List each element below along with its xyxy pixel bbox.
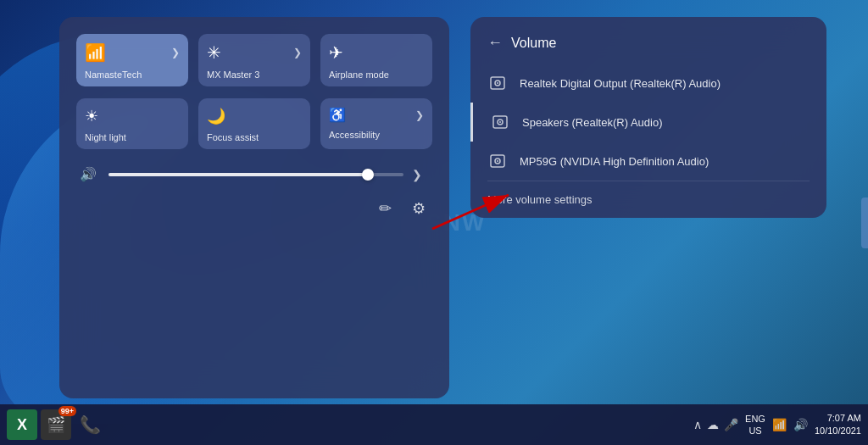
volume-fill [108,173,368,176]
taskbar-lang-secondary: US [745,425,765,437]
audio-device-icon-2 [490,113,510,131]
taskbar-system-tray: ∧ ☁ 🎤 ENG US 📶 🔊 7:07 AM 10/10/2021 [693,412,861,438]
taskbar-app-excel[interactable]: X [7,409,37,440]
volume-panel-title: Volume [511,36,556,51]
accessibility-tile[interactable]: ♿ ❯ Accessibility [320,98,432,149]
airplane-icon: ✈ [329,42,343,63]
audio-device-name-3: MP59G (NVIDIA High Definition Audio) [520,155,709,168]
svg-line-1 [432,195,509,229]
audio-device-name-1: Realtek Digital Output (Realtek(R) Audio… [520,77,721,90]
taskbar-date-display: 10/10/2021 [815,425,861,437]
focusassist-label: Focus assist [207,132,259,142]
volume-thumb[interactable] [362,169,374,181]
taskbar-lang-primary: ENG [745,413,765,425]
quick-settings-row1: 📶 ❯ NamasteTech ✳ ❯ MX Master 3 ✈ Airpla… [76,34,432,86]
bluetooth-chevron[interactable]: ❯ [293,47,302,58]
focusassist-tile[interactable]: 🌙 Focus assist [198,98,310,149]
accessibility-chevron[interactable]: ❯ [415,109,424,121]
wifi-tile[interactable]: 📶 ❯ NamasteTech [76,34,188,86]
wifi-icon: 📶 [85,42,106,63]
bluetooth-label: MX Master 3 [207,70,259,80]
quick-settings-panel: 📶 ❯ NamasteTech ✳ ❯ MX Master 3 ✈ Airpla… [59,17,449,398]
quick-settings-bottom-icons: ✏ ⚙ [76,196,432,221]
wifi-chevron[interactable]: ❯ [171,47,180,58]
accessibility-icon: ♿ [329,107,346,123]
svg-point-10 [497,160,498,162]
taskbar-mic-icon[interactable]: 🎤 [724,418,738,431]
taskbar-app-phone[interactable]: 📞 [75,409,105,440]
volume-slider[interactable] [108,173,403,176]
audio-device-icon-1 [487,74,508,92]
audio-device-speakers[interactable]: Speakers (Realtek(R) Audio) [470,103,826,142]
taskbar-chevron-icon[interactable]: ∧ [693,418,702,431]
svg-point-4 [497,82,498,84]
taskbar-clock[interactable]: 7:07 AM 10/10/2021 [815,412,861,438]
taskbar-language[interactable]: ENG US [745,413,765,437]
taskbar-notification-icons: ∧ ☁ 🎤 [693,418,738,431]
taskbar-apps: X 🎬 99+ 📞 [7,409,693,440]
red-arrow [424,186,526,237]
taskbar-cloud-icon[interactable]: ☁ [707,418,719,431]
nightlight-label: Night light [85,132,126,142]
volume-panel-header: ← Volume [470,34,826,64]
airplane-tile[interactable]: ✈ Airplane mode [320,34,432,86]
audio-device-nvidia[interactable]: MP59G (NVIDIA High Definition Audio) [470,142,826,181]
audio-device-icon-3 [487,152,508,170]
bluetooth-icon: ✳ [207,42,221,63]
volume-icon: 🔊 [80,166,100,182]
nightlight-icon: ☀ [85,107,98,125]
volume-row: 🔊 ❯ [76,166,432,182]
svg-point-7 [499,121,501,123]
taskbar-wifi-icon[interactable]: 📶 [772,418,787,431]
panel-tab[interactable] [861,197,868,248]
volume-back-button[interactable]: ← [487,34,503,52]
wifi-label: NamasteTech [85,70,142,80]
taskbar: X 🎬 99+ 📞 ∧ ☁ 🎤 ENG US 📶 🔊 7:07 AM 10/10… [0,404,868,445]
taskbar-app-video[interactable]: 🎬 99+ [41,409,71,440]
focusassist-icon: 🌙 [207,107,225,125]
quick-settings-row2: ☀ Night light 🌙 Focus assist ♿ ❯ Accessi… [76,98,432,149]
nightlight-tile[interactable]: ☀ Night light [76,98,188,149]
accessibility-label: Accessibility [329,130,380,140]
airplane-label: Airplane mode [329,70,389,80]
edit-button[interactable]: ✏ [376,196,395,221]
volume-expand-chevron[interactable]: ❯ [412,168,429,181]
audio-device-realtek-digital[interactable]: Realtek Digital Output (Realtek(R) Audio… [470,64,826,103]
bluetooth-tile[interactable]: ✳ ❯ MX Master 3 [198,34,310,86]
taskbar-volume-icon[interactable]: 🔊 [793,418,808,431]
taskbar-time-display: 7:07 AM [815,412,861,425]
audio-device-name-2: Speakers (Realtek(R) Audio) [522,116,662,129]
